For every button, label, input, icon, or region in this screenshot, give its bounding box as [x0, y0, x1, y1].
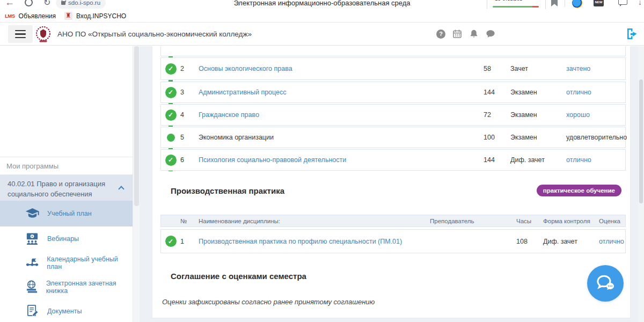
sidebar-item-webinars[interactable]: Вебинары	[0, 226, 133, 251]
grade-link[interactable]: отлично	[566, 89, 625, 96]
hours-value: 72	[484, 111, 510, 119]
sidebar-item-label: Электронная зачетная книжка	[46, 280, 133, 295]
check-icon: ✓	[161, 87, 180, 98]
column-header-grade: Оценка	[599, 218, 625, 224]
control-form: Экзамен	[510, 111, 566, 119]
globe-books-icon	[24, 280, 39, 294]
control-form: Экзамен	[510, 134, 566, 141]
row-number: 3	[180, 89, 199, 96]
crest-favicon: ♜	[64, 12, 72, 20]
column-header-teacher: Преподаватель	[430, 218, 516, 224]
discipline-link[interactable]: Административный процесс	[199, 89, 484, 96]
window-scrollbar[interactable]	[638, 46, 644, 322]
table-row: ✓ 6 Психология социально-правовой деятел…	[160, 149, 626, 171]
column-header-num: №	[180, 218, 199, 224]
download-icon[interactable]: ↓	[638, 0, 642, 6]
discipline-link[interactable]: Производственная практика по профилю спе…	[199, 238, 430, 245]
sidebar-nav: Учебный план Вебинары	[0, 201, 133, 322]
hamburger-menu-button[interactable]	[8, 25, 33, 43]
table-row: ✓ 3 Административный процесс 144 Экзамен…	[160, 82, 626, 103]
content-card: ✓ 2 Основы экологического права 58 Зачет…	[152, 46, 631, 318]
chat-extension-icon[interactable]	[618, 0, 627, 5]
page: Мои программы 40.02.01 Право и организац…	[0, 46, 644, 322]
sidebar-item-calendar-plan[interactable]: Календарный учебный план	[0, 251, 133, 275]
practice-section-heading: Производственная практика	[171, 186, 284, 195]
sidebar: Мои программы 40.02.01 Право и организац…	[0, 46, 133, 322]
sidebar-blank-area	[0, 46, 133, 157]
logout-icon[interactable]	[626, 28, 639, 42]
sidebar-item-gradebook[interactable]: Электронная зачетная книжка	[0, 275, 133, 299]
agreement-note: Оценки зафиксированы согласно ранее прин…	[162, 298, 375, 306]
check-icon: ✓	[161, 63, 180, 75]
grade-link[interactable]: отлично	[566, 156, 625, 164]
sidebar-section-label: Мои программы	[0, 157, 133, 175]
header-icons: ?	[436, 29, 495, 39]
grade-link[interactable]: зачтено	[566, 65, 625, 72]
row-number: 2	[180, 65, 199, 72]
table-row: ✓ 4 Гражданское право 72 Экзамен хорошо	[160, 104, 626, 126]
tab-title: Электронная информационно-образовательна…	[0, 0, 644, 7]
discipline-link[interactable]: Основы экологического права	[199, 65, 484, 72]
program-label: 40.02.01 Право и организация социального…	[8, 180, 105, 198]
chat-fab-button[interactable]	[587, 265, 624, 302]
document-pencil-icon	[24, 304, 40, 318]
table-row-partial	[160, 46, 626, 56]
sidebar-item-label: Документы	[47, 308, 82, 315]
webinar-icon	[24, 232, 40, 245]
app-header: АНО ПО «Открытый социально-экономический…	[0, 23, 644, 46]
hours-value: 100	[484, 134, 510, 141]
practice-table-header: № Наименование дисциплины: Преподаватель…	[160, 215, 626, 227]
milestone-flag-icon	[24, 258, 40, 268]
control-form: Экзамен	[510, 89, 566, 96]
check-icon: ✓	[161, 236, 180, 247]
grade-link[interactable]: отлично	[599, 238, 625, 245]
row-number: 5	[180, 134, 199, 141]
new-extension-badge[interactable]: NEW	[594, 0, 604, 6]
table-row: ✓ 1 Производственная практика по профилю…	[160, 229, 626, 253]
control-form: Диф. зачет	[510, 156, 566, 164]
practice-badge: практическое обучение	[537, 185, 621, 196]
sidebar-program-item[interactable]: 40.02.01 Право и организация социального…	[0, 175, 133, 201]
check-icon: ✓	[161, 155, 180, 166]
discipline-name: Экономика организации	[199, 134, 484, 141]
college-title: АНО ПО «Открытый социально-экономический…	[57, 30, 252, 38]
grade-link[interactable]: хорошо	[566, 111, 625, 119]
sidebar-item-label: Учебный план	[47, 210, 92, 217]
divider	[565, 0, 565, 7]
control-form: Диф. зачет	[543, 238, 599, 245]
hours-value: 144	[484, 156, 510, 164]
discipline-link[interactable]: Психология социально-правовой деятельнос…	[199, 156, 484, 164]
chat-icon[interactable]	[486, 30, 495, 38]
discipline-link[interactable]: Гражданское право	[199, 111, 484, 119]
dot-icon	[161, 134, 180, 142]
help-icon[interactable]: ?	[436, 30, 445, 39]
bookmark-announcements[interactable]: Объявления	[19, 12, 56, 20]
column-header-form: Форма контроля	[543, 218, 599, 224]
chevron-up-icon	[118, 186, 124, 192]
agreement-heading: Соглашение с оценками семестра	[171, 272, 306, 281]
reviews-label: 15 отзывов	[495, 0, 523, 2]
sidebar-item-documents[interactable]: Документы	[0, 299, 133, 322]
college-logo-icon	[34, 25, 52, 43]
lms-favicon: LMS	[5, 13, 15, 19]
sidebar-scrollbar[interactable]	[133, 46, 140, 322]
table-row: 5 Экономика организации 100 Экзамен удов…	[160, 127, 626, 148]
bookmark-inpsycho[interactable]: Вход.INPSYCHO	[76, 12, 126, 20]
reviews-underline	[493, 6, 539, 8]
grade-value: удовлетворительно	[566, 134, 625, 141]
screen: ← ↻ sdo.i-spo.ru Электронная информацион…	[0, 0, 644, 322]
graduation-cap-icon	[24, 207, 40, 220]
sidebar-item-label: Вебинары	[47, 235, 79, 243]
calendar-icon[interactable]	[452, 29, 462, 39]
column-header-hours: Часы	[516, 218, 543, 224]
check-icon: ✓	[161, 109, 180, 121]
sidebar-item-curriculum[interactable]: Учебный план	[0, 201, 133, 226]
row-number: 6	[180, 156, 199, 164]
bell-icon[interactable]	[469, 29, 479, 39]
control-form: Зачет	[510, 65, 566, 72]
row-number: 4	[180, 111, 199, 119]
row-number: 1	[180, 238, 199, 245]
hours-value: 108	[516, 238, 543, 245]
reviews-badge[interactable]: 15 отзывов	[487, 0, 546, 9]
sidebar-item-label: Календарный учебный план	[47, 255, 133, 270]
